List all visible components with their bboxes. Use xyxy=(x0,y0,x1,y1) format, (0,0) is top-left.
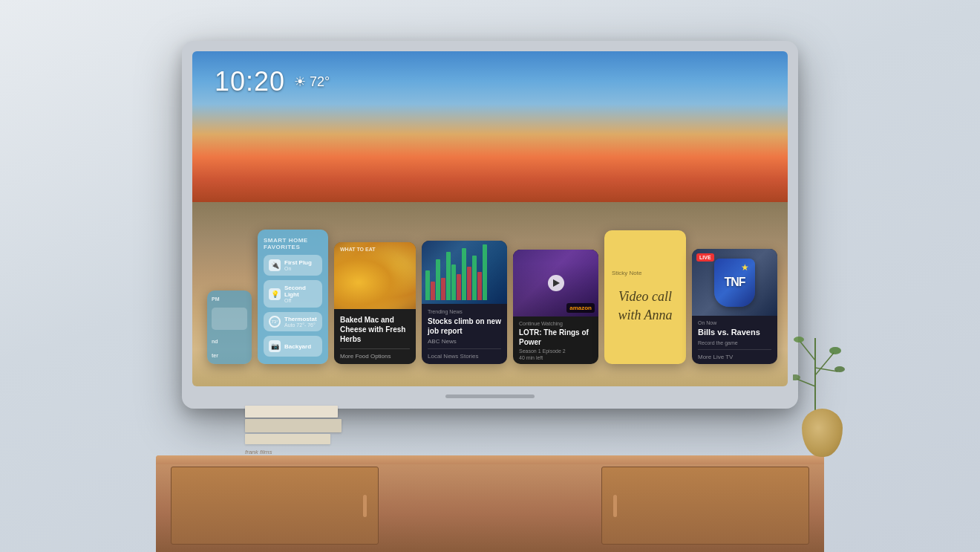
watch-image: amazon xyxy=(513,250,598,316)
weather-icon: ☀ xyxy=(294,74,306,90)
mac-cheese-visual xyxy=(334,242,416,309)
bar-3 xyxy=(436,259,440,300)
book-extra xyxy=(245,434,330,444)
tnf-logo: TNF ★ xyxy=(714,259,755,307)
live-tv-card[interactable]: TNF ★ LIVE On Now Bills vs. Ravens Recor… xyxy=(692,249,777,364)
live-image: TNF ★ LIVE xyxy=(692,249,777,316)
news-image xyxy=(422,241,507,304)
sideboard-handle-left xyxy=(363,495,367,517)
live-record-action[interactable]: Record the game xyxy=(698,340,771,345)
tv-stand xyxy=(156,455,824,552)
svg-point-5 xyxy=(829,347,841,354)
smart-item-camera[interactable]: 📷 Backyard xyxy=(264,336,322,357)
light-status: Off xyxy=(284,298,317,303)
tv-bottom-bar xyxy=(192,391,788,401)
watch-card-label: Continue Watching xyxy=(519,321,592,326)
food-title: Baked Mac and Cheese with Fresh Herbs xyxy=(340,315,410,344)
weather-display: ☀ 72° xyxy=(294,74,330,90)
food-more[interactable]: More Food Options xyxy=(340,348,410,360)
amazon-logo: amazon xyxy=(569,305,592,311)
watch-content: Continue Watching LOTR: The Rings of Pow… xyxy=(513,316,598,364)
tv-center-bar xyxy=(445,394,535,398)
bar-10 xyxy=(472,256,477,300)
cards-row: PM nd ter Smart Home Favorites 🔌 First P… xyxy=(192,230,788,364)
amazon-badge: amazon xyxy=(566,303,595,313)
news-card[interactable]: Trending News Stocks climb on new job re… xyxy=(422,241,507,364)
live-card-label: On Now xyxy=(698,320,771,325)
bar-5 xyxy=(446,252,451,300)
watch-time-left: 40 min left xyxy=(519,355,592,360)
smart-home-card[interactable]: Smart Home Favorites 🔌 First Plug On 💡 xyxy=(258,230,328,364)
clock-weather-widget: 10:20 ☀ 72° xyxy=(215,66,330,97)
svg-line-1 xyxy=(815,353,834,375)
smart-item-light[interactable]: 💡 Second Light Off xyxy=(264,280,322,308)
clock-display: 10:20 xyxy=(215,66,285,97)
news-title: Stocks climb on new job report xyxy=(428,316,501,336)
light-name: Second Light xyxy=(284,285,317,298)
bar-7 xyxy=(457,274,461,300)
thermostat-icon: 73° xyxy=(269,316,281,328)
light-icon: 💡 xyxy=(269,288,281,300)
smart-home-label: Smart Home Favorites xyxy=(264,237,322,250)
sideboard-panel-left xyxy=(171,467,379,545)
books-stack: frank films xyxy=(245,406,342,455)
bar-11 xyxy=(477,272,482,300)
temperature: 72° xyxy=(310,74,330,90)
stock-chart xyxy=(422,241,507,304)
tv-screen-wrapper: 10:20 ☀ 72° PM nd ter xyxy=(192,51,788,386)
sticky-text: Video call with Anna xyxy=(612,288,679,325)
plug-status: On xyxy=(284,266,312,271)
plant-svg xyxy=(793,331,852,420)
food-card[interactable]: What To Eat Baked Mac and Cheese with Fr… xyxy=(334,242,416,364)
bar-8 xyxy=(462,248,466,300)
bar-6 xyxy=(451,264,456,300)
news-source: ABC News xyxy=(428,338,501,345)
food-content: Baked Mac and Cheese with Fresh Herbs Mo… xyxy=(334,309,416,364)
thermostat-item[interactable]: 73° Thermostat Auto 72°- 76° xyxy=(264,312,322,331)
live-content: On Now Bills vs. Ravens Record the game … xyxy=(692,316,777,364)
tnf-star-icon: ★ xyxy=(741,262,749,273)
sideboard-top xyxy=(156,455,824,464)
plant-decoration xyxy=(802,409,843,457)
thermostat-range: Auto 72°- 76° xyxy=(284,322,317,328)
plant-vase xyxy=(802,409,843,457)
bar-12 xyxy=(483,244,487,300)
bar-1 xyxy=(425,270,430,300)
bar-4 xyxy=(441,278,445,300)
svg-point-6 xyxy=(794,337,804,342)
plug-icon: 🔌 xyxy=(269,259,281,271)
camera-icon: 📷 xyxy=(269,340,281,352)
svg-point-7 xyxy=(834,366,845,372)
bar-9 xyxy=(467,267,471,300)
thermostat-name: Thermostat xyxy=(284,316,317,322)
smart-item-plug[interactable]: 🔌 First Plug On xyxy=(264,255,322,276)
sideboard-handle-right xyxy=(613,495,617,517)
sticky-note-card[interactable]: Sticky Note Video call with Anna xyxy=(604,230,686,364)
partial-card: PM nd ter xyxy=(207,290,252,364)
watch-title: LOTR: The Rings of Power xyxy=(519,328,592,347)
sticky-label: Sticky Note xyxy=(612,270,679,276)
food-image: What To Eat xyxy=(334,242,416,309)
live-badge: LIVE xyxy=(696,253,714,262)
sideboard-panel-right xyxy=(601,467,809,545)
book-label: frank films xyxy=(245,449,272,455)
tnf-text: TNF xyxy=(724,276,745,289)
plug-name: First Plug xyxy=(284,259,312,266)
book-bottom xyxy=(245,419,342,432)
watch-card[interactable]: amazon Continue Watching LOTR: The Rings… xyxy=(513,250,598,364)
camera-name: Backyard xyxy=(284,343,311,350)
bar-2 xyxy=(431,282,435,300)
book-top xyxy=(245,406,338,418)
plant-assembly xyxy=(802,409,843,457)
svg-line-4 xyxy=(797,379,815,386)
live-game: Bills vs. Ravens xyxy=(698,328,771,337)
news-card-label: Trending News xyxy=(428,309,501,314)
news-content: Trending News Stocks climb on new job re… xyxy=(422,304,507,364)
watch-episode: Season 1 Episode 2 xyxy=(519,348,592,354)
news-more[interactable]: Local News Stories xyxy=(428,348,501,360)
tv: 10:20 ☀ 72° PM nd ter xyxy=(182,41,798,409)
food-card-label: What To Eat xyxy=(340,247,375,252)
tv-frame: 10:20 ☀ 72° PM nd ter xyxy=(182,41,798,409)
live-more[interactable]: More Live TV xyxy=(698,349,771,360)
play-button[interactable] xyxy=(548,275,564,291)
